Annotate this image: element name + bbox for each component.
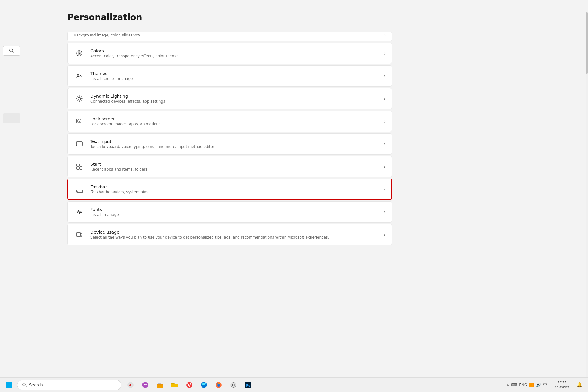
taskbar-chevron: › (383, 187, 385, 192)
taskbar-search-bar[interactable]: Search (17, 380, 121, 390)
background-chevron: › (384, 33, 386, 38)
background-partial-desc: Background image, color, slideshow (74, 33, 381, 37)
taskbar-app-6[interactable] (197, 379, 211, 391)
app-5-icon (186, 381, 193, 389)
svg-rect-45 (160, 383, 161, 384)
page-title: Personalization (67, 12, 570, 22)
settings-item-device-usage[interactable]: Device usage Select all the ways you pla… (67, 224, 392, 245)
taskbar-search-icon (22, 383, 27, 387)
settings-item-dynamic-lighting[interactable]: Dynamic Lighting Connected devices, effe… (67, 88, 392, 109)
main-content: Personalization Background image, color,… (49, 0, 588, 380)
svg-rect-29 (76, 233, 81, 236)
app-6-icon (200, 381, 208, 389)
dynamic-lighting-icon (74, 93, 85, 104)
svg-point-5 (78, 97, 81, 100)
taskbar-app-1[interactable]: ✕ (124, 379, 137, 391)
volume-icon: 🔊 (536, 383, 541, 387)
svg-rect-26 (77, 191, 78, 192)
app-9-icon: Ps (244, 381, 252, 389)
fonts-icon: A A (74, 206, 85, 217)
themes-icon (74, 70, 85, 81)
settings-window: — ❐ ✕ Personalization Background image, … (0, 0, 588, 380)
system-clock[interactable]: ۱۳:۴۱ ۱۴۰۳/۳/۲۱ (552, 379, 572, 390)
language-label: ENG (519, 383, 527, 387)
taskbar-systray: ∧ ⌨ ENG 📶 🔊 🛡 ۱۳:۴۱ ۱۴۰۳/۳/۲۱ 🔔 (504, 379, 584, 390)
settings-list: Background image, color, slideshow › Col… (67, 32, 392, 245)
svg-point-46 (186, 382, 192, 388)
scrollbar[interactable] (586, 12, 588, 380)
notifications-area-icon: 🛡 (543, 383, 547, 387)
wifi-icon: 📶 (529, 383, 534, 387)
sidebar-search-button[interactable] (3, 46, 20, 56)
bell-icon[interactable]: 🔔 (575, 382, 584, 388)
svg-rect-33 (6, 385, 9, 388)
taskbar-app-2[interactable] (138, 379, 152, 391)
start-icon (74, 161, 85, 172)
taskbar-bar: Search ✕ (0, 377, 588, 392)
svg-point-41 (145, 384, 147, 385)
svg-rect-34 (9, 385, 12, 388)
svg-text:A: A (80, 210, 82, 214)
text-input-icon (74, 138, 85, 149)
svg-rect-32 (9, 382, 12, 385)
taskbar-app-9[interactable]: Ps (241, 379, 255, 391)
lock-screen-chevron: › (384, 119, 386, 124)
dynamic-lighting-chevron: › (384, 96, 386, 101)
taskbar-desc: Taskbar behaviors, system pins (91, 190, 380, 194)
colors-desc: Accent color, transparency effects, colo… (90, 54, 381, 58)
settings-item-themes[interactable]: Themes Install, create, manage › (67, 65, 392, 87)
svg-line-1 (13, 52, 14, 53)
svg-point-4 (77, 74, 79, 75)
svg-rect-22 (80, 164, 82, 166)
taskbar-app-3[interactable] (153, 379, 167, 391)
sidebar-nav-placeholder (3, 113, 20, 123)
lock-screen-desc: Lock screen images, apps, animations (90, 122, 381, 126)
systray-icons: ∧ ⌨ ENG 📶 🔊 🛡 (504, 381, 550, 389)
sidebar (0, 0, 49, 380)
text-input-title: Text input (90, 139, 381, 144)
svg-point-40 (144, 384, 145, 385)
show-hidden-icon[interactable]: ∧ (507, 383, 509, 387)
settings-item-lock-screen[interactable]: Lock screen Lock screen images, apps, an… (67, 111, 392, 132)
fonts-desc: Install, manage (90, 213, 381, 217)
windows-logo-icon (6, 382, 12, 388)
svg-rect-44 (158, 383, 160, 384)
fonts-title: Fonts (90, 207, 381, 212)
taskbar-app-5[interactable] (183, 379, 196, 391)
dynamic-lighting-title: Dynamic Lighting (90, 94, 381, 99)
text-input-desc: Touch keyboard, voice typing, emoji and … (90, 145, 381, 149)
keyboard-icon: ⌨ (511, 383, 517, 387)
settings-item-taskbar[interactable]: Taskbar Taskbar behaviors, system pins › (67, 179, 392, 200)
app-4-icon (171, 381, 178, 389)
svg-line-12 (77, 100, 78, 101)
scrollbar-thumb[interactable] (586, 12, 588, 74)
start-title: Start (90, 162, 381, 167)
clock-date: ۱۴۰۳/۳/۲۱ (555, 385, 570, 390)
settings-item-colors[interactable]: Colors Accent color, transparency effect… (67, 43, 392, 64)
settings-item-fonts[interactable]: A A Fonts Install, manage › (67, 201, 392, 223)
svg-rect-24 (80, 167, 82, 169)
settings-item-background-partial[interactable]: Background image, color, slideshow › (67, 32, 392, 41)
dynamic-lighting-desc: Connected devices, effects, app settings (90, 99, 381, 104)
app-1-icon: ✕ (127, 381, 134, 389)
taskbar-icon (74, 184, 85, 195)
svg-line-36 (25, 386, 26, 387)
themes-title: Themes (90, 71, 381, 76)
svg-point-16 (79, 121, 80, 122)
settings-item-start[interactable]: Start Recent apps and items, folders › (67, 156, 392, 177)
taskbar-app-8[interactable] (227, 379, 240, 391)
svg-line-13 (81, 96, 81, 97)
taskbar-app-7[interactable] (212, 379, 225, 391)
start-button[interactable] (4, 379, 15, 390)
lock-screen-icon (74, 116, 85, 127)
fonts-chevron: › (384, 209, 386, 214)
taskbar-title: Taskbar (91, 184, 380, 189)
settings-item-text-input[interactable]: Text input Touch keyboard, voice typing,… (67, 133, 392, 155)
themes-desc: Install, create, manage (90, 77, 381, 81)
clock-time: ۱۳:۴۱ (555, 380, 570, 385)
colors-chevron: › (384, 51, 386, 56)
svg-line-11 (81, 100, 81, 101)
svg-point-39 (142, 382, 148, 388)
svg-rect-43 (157, 384, 163, 385)
taskbar-app-4[interactable] (168, 379, 181, 391)
